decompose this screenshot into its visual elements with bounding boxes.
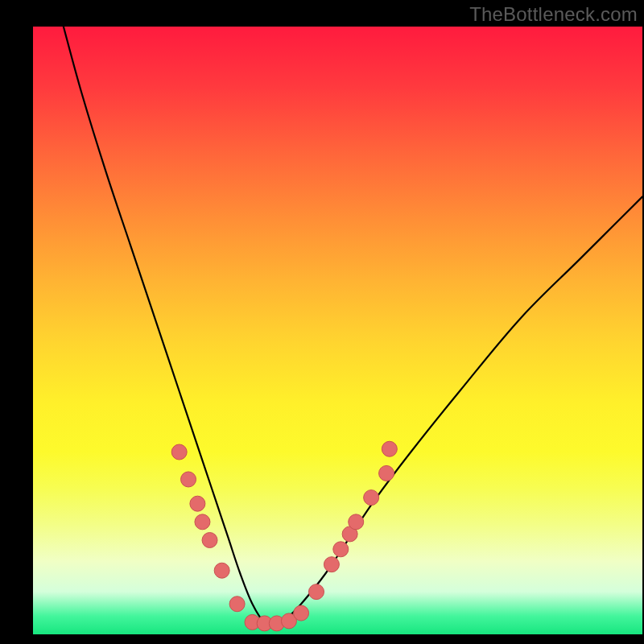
watermark-text: TheBottleneck.com [469, 3, 638, 26]
data-point-marker [229, 597, 245, 612]
data-point-marker [181, 472, 196, 487]
data-point-marker [382, 441, 397, 456]
data-point-marker [333, 542, 349, 557]
data-point-marker [171, 444, 187, 460]
chart-svg [33, 27, 642, 634]
data-point-marker [324, 557, 339, 572]
data-point-marker [214, 563, 229, 578]
chart-frame: TheBottleneck.com [0, 0, 644, 644]
plot-area [33, 27, 642, 634]
data-point-marker [309, 584, 324, 600]
data-point-marker [349, 514, 364, 530]
data-point-marker [202, 532, 217, 547]
data-point-marker [195, 514, 210, 530]
data-point-marker [190, 496, 205, 511]
data-point-marker [379, 465, 394, 481]
data-point-marker [294, 605, 309, 621]
data-point-marker [364, 490, 379, 506]
